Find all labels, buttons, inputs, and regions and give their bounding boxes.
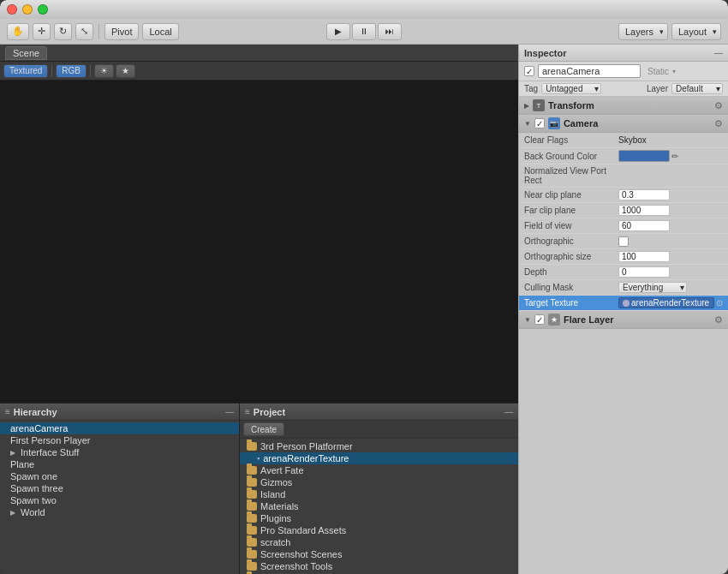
project-item-label: 3rd Person Platformer: [260, 441, 353, 451]
step-button[interactable]: ⏭: [378, 23, 402, 40]
hierarchy-item-spawntwo[interactable]: Spawn two: [0, 494, 239, 506]
object-name-input[interactable]: [538, 64, 641, 78]
scene-header: Scene: [0, 45, 518, 62]
hierarchy-item-firstpersonplayer[interactable]: First Person Player: [0, 434, 239, 446]
depth-input[interactable]: [618, 266, 670, 278]
target-texture-asset-name: arenaRenderTexture: [631, 298, 709, 308]
rotate-tool-button[interactable]: ↻: [54, 23, 72, 40]
camera-active-checkbox[interactable]: [534, 118, 545, 129]
camera-gear-icon[interactable]: ⚙: [714, 118, 723, 129]
play-button[interactable]: ▶: [326, 23, 350, 40]
clear-flags-value[interactable]: Skybox: [618, 135, 723, 145]
folder-icon: [247, 562, 257, 571]
flare-layer-header[interactable]: ▼ ★ Flare Layer ⚙: [519, 311, 728, 329]
far-clip-label: Far clip plane: [524, 206, 618, 215]
pivot-button[interactable]: Pivot: [104, 23, 139, 40]
create-button[interactable]: Create: [243, 422, 284, 436]
bg-color-swatch[interactable]: [618, 150, 670, 162]
target-texture-value[interactable]: arenaRenderTexture: [618, 297, 714, 308]
project-item-gizmos[interactable]: Gizmos: [240, 476, 518, 488]
project-item-island[interactable]: Island: [240, 488, 518, 500]
project-item-screenshottools[interactable]: Screenshot Tools: [240, 560, 518, 572]
fov-input[interactable]: [618, 220, 670, 231]
hierarchy-header: ≡ Hierarchy —: [0, 404, 239, 421]
layers-dropdown[interactable]: Layers: [618, 23, 668, 40]
transform-gear-icon[interactable]: ⚙: [714, 100, 723, 111]
far-clip-input[interactable]: [618, 205, 670, 216]
hierarchy-item-label: First Person Player: [10, 435, 91, 445]
near-clip-input[interactable]: [618, 189, 670, 200]
flare-gear-icon[interactable]: ⚙: [714, 314, 723, 326]
hierarchy-minimize[interactable]: —: [225, 407, 234, 416]
bg-color-label: Back Ground Color: [524, 152, 618, 161]
flare-active-checkbox[interactable]: [534, 314, 545, 325]
ortho-checkbox[interactable]: [618, 236, 629, 247]
static-dropdown-arrow[interactable]: ▾: [672, 68, 676, 75]
scene-sep-1: [51, 65, 52, 77]
project-item-materials[interactable]: Materials: [240, 500, 518, 512]
lighting-btn[interactable]: ☀: [94, 64, 114, 78]
project-item-screenshotscenes[interactable]: Screenshot Scenes: [240, 548, 518, 560]
scene-view: Scene Textured RGB ☀ ★: [0, 45, 518, 403]
project-item-prostandardassets[interactable]: Pro Standard Assets: [240, 524, 518, 536]
shading-mode-btn[interactable]: Textured: [3, 64, 48, 78]
maximize-button[interactable]: [38, 4, 48, 15]
scale-tool-button[interactable]: ⤡: [75, 23, 93, 40]
layers-layout: Layers Layout: [618, 23, 721, 40]
layer-dropdown[interactable]: Default: [671, 83, 723, 94]
layout-dropdown[interactable]: Layout: [671, 23, 721, 40]
project-item-plugins[interactable]: Plugins: [240, 512, 518, 524]
transform-component-header[interactable]: ▶ T Transform ⚙: [519, 97, 728, 115]
folder-icon: [247, 442, 257, 451]
project-minimize[interactable]: —: [504, 407, 513, 416]
ortho-size-input[interactable]: [618, 251, 670, 262]
hierarchy-item-arenaCamera[interactable]: arenaCamera: [0, 422, 239, 434]
scene-tab[interactable]: Scene: [5, 46, 47, 60]
hand-tool-button[interactable]: ✋: [7, 23, 29, 40]
move-tool-button[interactable]: ✛: [33, 23, 51, 40]
project-item-scratch[interactable]: scratch: [240, 536, 518, 548]
hierarchy-item-spawnthree[interactable]: Spawn three: [0, 482, 239, 494]
scene-toolbar: Textured RGB ☀ ★: [0, 62, 518, 81]
inspector-header: Inspector —: [519, 45, 728, 62]
hierarchy-item-spawnone[interactable]: Spawn one: [0, 470, 239, 482]
fx-btn[interactable]: ★: [116, 64, 135, 78]
flare-expand-arrow: ▼: [524, 316, 531, 324]
hierarchy-item-label: World: [21, 507, 45, 517]
target-texture-row: Target Texture arenaRenderTexture ⊙: [519, 296, 728, 311]
ortho-size-label: Orthographic size: [524, 252, 618, 261]
close-button[interactable]: [7, 4, 17, 15]
project-item-3rdpersonplatformer[interactable]: 3rd Person Platformer: [240, 440, 518, 452]
hierarchy-item-label: Plane: [10, 459, 34, 469]
folder-icon: [247, 478, 257, 487]
object-active-checkbox[interactable]: [524, 66, 534, 76]
hierarchy-item-interfacestuff[interactable]: Interface Stuff: [0, 446, 239, 458]
folder-icon: [247, 538, 257, 547]
camera-component-header[interactable]: ▼ 📷 Camera ⚙: [519, 115, 728, 133]
tag-dropdown[interactable]: Untagged: [541, 83, 601, 94]
shading-mode-label: Textured: [9, 66, 42, 75]
hierarchy-item-label: Spawn three: [10, 483, 63, 493]
static-label: Static: [647, 67, 669, 76]
fov-label: Field of view: [524, 221, 618, 230]
hierarchy-item-label: Interface Stuff: [21, 447, 79, 457]
culling-mask-dropdown[interactable]: Everything: [618, 282, 687, 293]
project-item-avertfate[interactable]: Avert Fate: [240, 464, 518, 476]
color-picker-icon[interactable]: ✏: [671, 152, 678, 161]
inspector-minimize-btn[interactable]: —: [714, 48, 723, 57]
hierarchy-item-plane[interactable]: Plane: [0, 458, 239, 470]
top-toolbar: ✋ ✛ ↻ ⤡ Pivot Local ▶ ⏸ ⏭ Layers Layout: [0, 19, 728, 45]
hierarchy-item-world[interactable]: World: [0, 506, 239, 518]
target-texture-select-icon[interactable]: ⊙: [716, 298, 723, 308]
title-bar: [0, 0, 728, 19]
color-mode-btn[interactable]: RGB: [56, 64, 87, 78]
minimize-button[interactable]: [22, 4, 33, 15]
local-label: Local: [149, 27, 171, 37]
transform-expand-arrow: ▶: [524, 102, 529, 110]
near-clip-label: Near clip plane: [524, 190, 618, 200]
project-item-arenarenderTexture[interactable]: ▪ arenaRenderTexture: [240, 452, 518, 464]
project-item-label: Gizmos: [260, 477, 292, 487]
pause-button[interactable]: ⏸: [352, 23, 376, 40]
local-button[interactable]: Local: [142, 23, 178, 40]
project-item-label: Island: [260, 489, 285, 499]
